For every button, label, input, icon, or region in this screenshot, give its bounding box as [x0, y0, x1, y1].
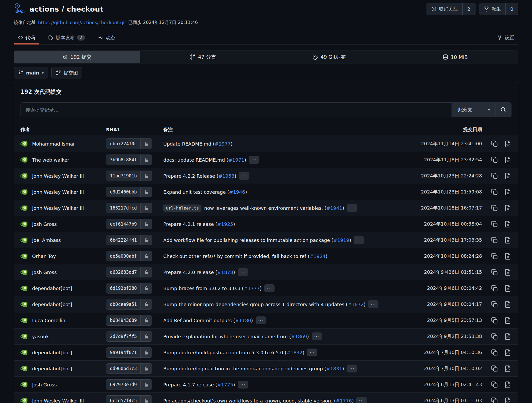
- browse-source-icon[interactable]: [504, 221, 511, 228]
- copy-sha-icon[interactable]: [491, 253, 498, 260]
- tab-activity[interactable]: 动态: [94, 31, 119, 44]
- copy-sha-icon[interactable]: [491, 317, 498, 324]
- browse-source-icon[interactable]: [504, 156, 511, 163]
- commit-sha-badge[interactable]: 6b42224f41: [106, 235, 152, 245]
- copy-sha-icon[interactable]: [491, 365, 498, 372]
- expand-commit-button[interactable]: ···: [249, 156, 259, 164]
- stat-commits[interactable]: 192 提交: [14, 51, 140, 63]
- branch-filter-dropdown[interactable]: 此分支 ▾: [452, 102, 495, 117]
- issue-link[interactable]: #1977: [215, 141, 231, 147]
- commit-sha-badge[interactable]: e3d2460bbb: [106, 187, 152, 197]
- browse-source-icon[interactable]: [504, 237, 511, 244]
- commit-sha-badge[interactable]: 2d7d9f7ff5: [106, 331, 152, 342]
- expand-commit-button[interactable]: ···: [354, 236, 364, 244]
- copy-sha-icon[interactable]: [491, 188, 498, 196]
- tab-code[interactable]: 代码: [14, 31, 39, 44]
- issue-link[interactable]: #1971: [228, 157, 244, 163]
- browse-source-icon[interactable]: [504, 381, 511, 388]
- issue-link[interactable]: #1777: [244, 286, 260, 291]
- expand-commit-button[interactable]: ···: [347, 365, 357, 372]
- expand-commit-button[interactable]: ···: [312, 332, 322, 340]
- issue-link[interactable]: #1869: [291, 334, 307, 339]
- copy-sha-icon[interactable]: [491, 205, 498, 212]
- copy-sha-icon[interactable]: [491, 140, 498, 147]
- copy-sha-icon[interactable]: [491, 397, 498, 403]
- commit-sha-badge[interactable]: 692973e3d9: [106, 379, 152, 390]
- search-button[interactable]: [495, 102, 511, 117]
- issue-link[interactable]: #1872: [348, 302, 364, 307]
- watch-count[interactable]: 2: [462, 3, 475, 15]
- expand-commit-button[interactable]: ···: [368, 300, 378, 308]
- commit-sha-badge[interactable]: 163217dfcd: [106, 203, 152, 213]
- commit-sha-badge[interactable]: dd960bd3c3: [106, 363, 152, 374]
- copy-sha-icon[interactable]: [491, 301, 498, 308]
- issue-link[interactable]: #1941: [326, 205, 342, 211]
- browse-source-icon[interactable]: [504, 397, 511, 403]
- stat-branches[interactable]: 47 分支: [140, 51, 266, 63]
- commit-sha-badge[interactable]: 6ccd57f4c5: [106, 395, 152, 403]
- copy-sha-icon[interactable]: [491, 221, 498, 228]
- commit-sha-badge[interactable]: eef61447b9: [106, 219, 152, 229]
- expand-commit-button[interactable]: ···: [239, 172, 249, 180]
- browse-source-icon[interactable]: [504, 285, 511, 292]
- expand-commit-button[interactable]: ···: [347, 204, 357, 212]
- copy-sha-icon[interactable]: [491, 349, 498, 356]
- commit-sha-badge[interactable]: 6d193bf280: [106, 283, 152, 293]
- issue-link[interactable]: #1919: [333, 237, 349, 243]
- tab-releases[interactable]: 版本发布 2: [44, 31, 89, 44]
- expand-commit-button[interactable]: ···: [264, 284, 275, 292]
- commit-sha-badge[interactable]: db0cee9a51: [106, 299, 152, 310]
- copy-sha-icon[interactable]: [491, 156, 498, 163]
- expand-commit-button[interactable]: ···: [356, 397, 367, 403]
- issue-link[interactable]: #1953: [218, 173, 234, 179]
- commit-sha-badge[interactable]: cbb722410c: [106, 138, 152, 149]
- copy-sha-icon[interactable]: [491, 381, 498, 388]
- browse-source-icon[interactable]: [504, 317, 511, 324]
- browse-source-icon[interactable]: [504, 205, 511, 212]
- issue-link[interactable]: #1878: [217, 270, 233, 275]
- workflow-logo-icon[interactable]: [14, 3, 26, 15]
- commit-sha-badge[interactable]: b684943689: [106, 315, 152, 326]
- repo-title[interactable]: actions / checkout: [29, 5, 104, 13]
- commit-sha-badge[interactable]: de5a000abf: [106, 251, 152, 261]
- fork-count[interactable]: 0: [505, 3, 518, 15]
- issue-link[interactable]: #1776: [336, 398, 352, 403]
- browse-source-icon[interactable]: [504, 140, 511, 147]
- issue-link[interactable]: #1946: [229, 189, 245, 195]
- browse-source-icon[interactable]: [504, 349, 511, 356]
- commit-sha-badge[interactable]: 3b9b8c884f: [106, 155, 152, 165]
- issue-link[interactable]: #1832: [287, 350, 303, 355]
- issue-link[interactable]: #1924: [310, 253, 326, 259]
- stat-tags[interactable]: 49 Git标签: [266, 51, 392, 63]
- expand-commit-button[interactable]: ···: [238, 381, 248, 389]
- browse-source-icon[interactable]: [504, 365, 511, 372]
- browse-source-icon[interactable]: [504, 253, 511, 260]
- branch-selector[interactable]: main ▾: [14, 67, 48, 78]
- copy-sha-icon[interactable]: [491, 333, 498, 340]
- mirror-url-link[interactable]: https://github.com/actions/checkout.git: [38, 20, 126, 25]
- fork-button[interactable]: 派生 0: [479, 3, 518, 15]
- expand-commit-button[interactable]: ···: [256, 316, 266, 324]
- copy-sha-icon[interactable]: [491, 237, 498, 244]
- commit-sha-badge[interactable]: 9a9194f871: [106, 347, 152, 358]
- commit-sha-badge[interactable]: d632683dd7: [106, 267, 152, 277]
- issue-link[interactable]: #1180: [235, 318, 251, 323]
- issue-link[interactable]: #1925: [217, 221, 233, 227]
- issue-link[interactable]: #1775: [217, 382, 233, 387]
- commit-sha-badge[interactable]: 11bd71901b: [106, 171, 152, 181]
- tab-settings[interactable]: 设置: [493, 31, 518, 44]
- browse-source-icon[interactable]: [504, 333, 511, 340]
- copy-sha-icon[interactable]: [491, 269, 498, 276]
- issue-link[interactable]: #1831: [326, 366, 342, 371]
- stat-size[interactable]: 10 MiB: [392, 51, 518, 63]
- copy-sha-icon[interactable]: [491, 285, 498, 292]
- browse-source-icon[interactable]: [504, 269, 511, 276]
- search-input[interactable]: [21, 102, 452, 117]
- browse-source-icon[interactable]: [504, 172, 511, 180]
- copy-sha-icon[interactable]: [491, 172, 498, 180]
- commit-graph-button[interactable]: 提交图: [51, 67, 82, 78]
- browse-source-icon[interactable]: [504, 301, 511, 308]
- unwatch-button[interactable]: 取消关注 2: [427, 3, 475, 15]
- expand-commit-button[interactable]: ···: [238, 268, 248, 276]
- expand-commit-button[interactable]: ···: [307, 349, 317, 356]
